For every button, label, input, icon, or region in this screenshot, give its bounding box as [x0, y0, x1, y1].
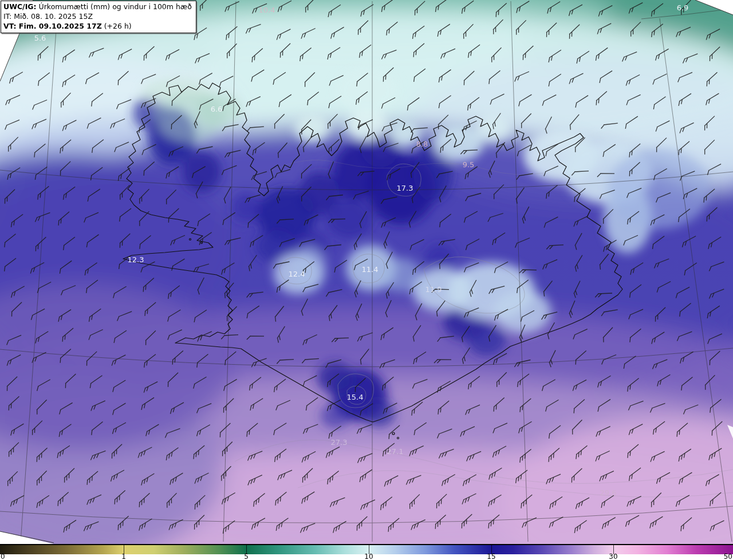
colorbar-tick-label: 15 [487, 553, 495, 560]
colorbar-labels: 01510153050 [0, 554, 733, 560]
product-title-line: UWC/IG: Úrkomumætti (mm) og vindur i 100… [3, 2, 192, 12]
colorbar-tick-label: 10 [364, 553, 373, 560]
colorbar-tick-label: 30 [609, 553, 617, 560]
colorbar-tick-label: 1 [121, 553, 126, 560]
valid-time-line: VT: Fim. 09.10.2025 17Z (+26 h) [3, 22, 192, 31]
valid-time: VT: Fim. 09.10.2025 17Z [3, 22, 102, 30]
title-box: UWC/IG: Úrkomumætti (mm) og vindur i 100… [1, 1, 196, 33]
product-code: UWC/IG: [3, 2, 37, 11]
product-title: Úrkomumætti (mm) og vindur i 100m hæð [37, 2, 192, 11]
map-area [0, 0, 733, 544]
colorbar-tick-label: 0 [1, 553, 5, 560]
colorbar-tick-label: 50 [724, 553, 732, 560]
colorbar-tick-label: 5 [244, 553, 249, 560]
valid-offset: (+26 h) [102, 22, 132, 30]
weather-map [0, 0, 733, 544]
init-time-line: IT: Mið. 08. 10. 2025 15Z [3, 12, 192, 22]
weather-map-viewport: 5.610.46.96.68.89.517.312.312.411.411.91… [0, 0, 733, 560]
